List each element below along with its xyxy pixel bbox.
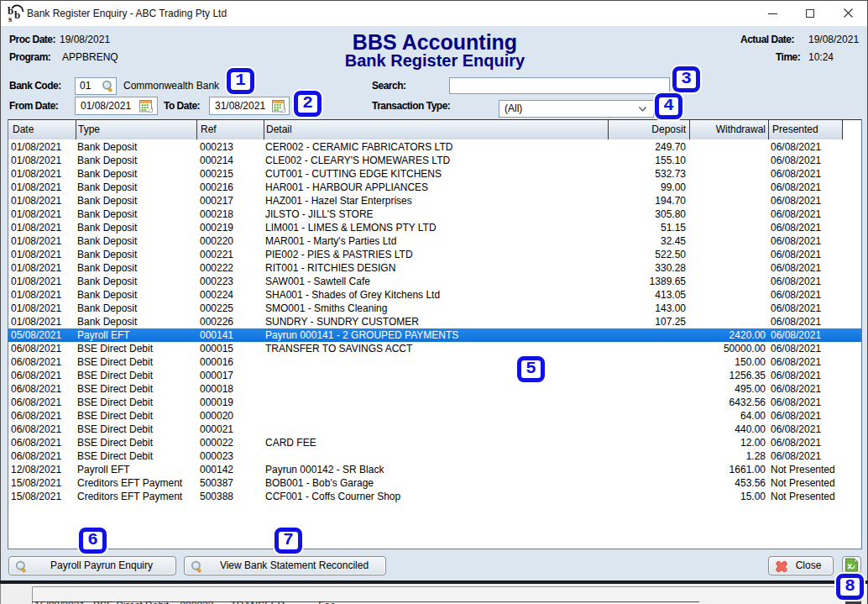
svg-text:b: b	[14, 8, 20, 21]
svg-text:s: s	[8, 13, 13, 24]
